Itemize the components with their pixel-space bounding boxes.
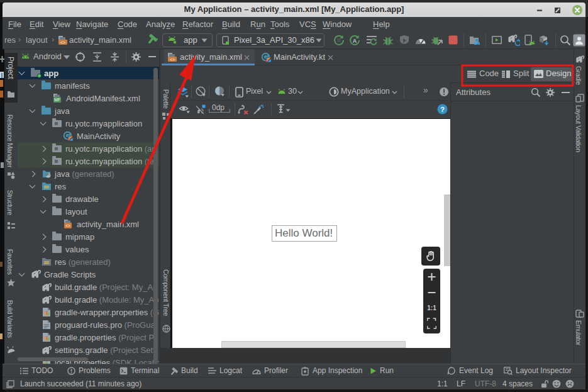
svg-text:MF: MF: [54, 98, 60, 102]
svg-text:A: A: [353, 38, 357, 44]
svg-text:?: ?: [440, 106, 445, 113]
svg-text:<>: <>: [65, 223, 70, 228]
svg-text:<>: <>: [170, 57, 175, 62]
svg-text:1:1: 1:1: [427, 305, 436, 311]
svg-text:<>: <>: [60, 40, 65, 45]
